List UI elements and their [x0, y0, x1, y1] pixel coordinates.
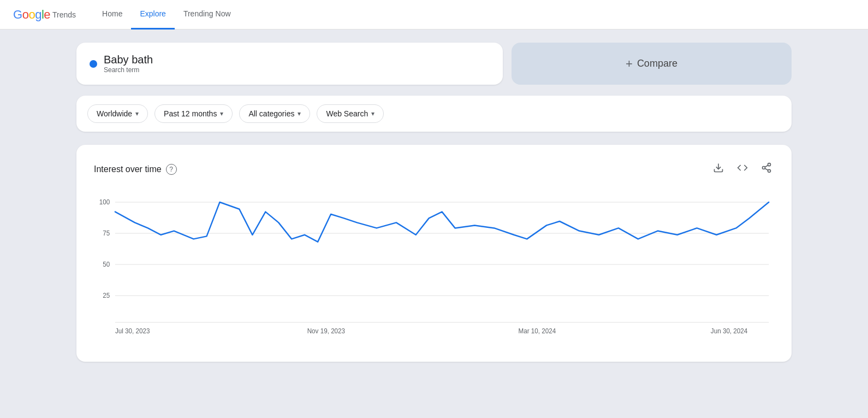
chart-actions: [711, 160, 774, 178]
header: Google Trends Home Explore Trending Now: [0, 0, 868, 30]
svg-text:75: 75: [103, 229, 110, 237]
svg-text:50: 50: [103, 261, 110, 268]
trends-logo-text: Trends: [52, 10, 76, 19]
main-content: Baby bath Search term + Compare Worldwid…: [0, 30, 868, 375]
chevron-down-icon: ▾: [371, 110, 374, 117]
share-button[interactable]: [759, 160, 774, 178]
embed-button[interactable]: [735, 160, 750, 178]
filter-location[interactable]: Worldwide ▾: [87, 104, 148, 123]
search-term-value: Baby bath: [104, 54, 153, 66]
chart-section: Interest over time ?: [76, 145, 792, 362]
filter-search-type[interactable]: Web Search ▾: [317, 104, 384, 123]
svg-text:100: 100: [99, 198, 110, 206]
nav-item-home[interactable]: Home: [93, 0, 131, 30]
chart-header: Interest over time ?: [94, 160, 774, 178]
compare-plus-icon: +: [626, 57, 633, 71]
svg-point-3: [768, 169, 771, 172]
svg-text:Mar 10, 2024: Mar 10, 2024: [518, 327, 556, 335]
svg-point-1: [768, 163, 771, 166]
svg-point-2: [763, 167, 765, 169]
filter-row: Worldwide ▾ Past 12 months ▾ All categor…: [76, 96, 792, 132]
nav-item-explore[interactable]: Explore: [131, 0, 174, 30]
chart-container: 100 75 50 25 Jul 30, 2023 Nov 19, 2023 M…: [94, 191, 774, 346]
compare-box[interactable]: + Compare: [512, 43, 792, 85]
logo-area: Google Trends: [13, 8, 76, 22]
filter-time[interactable]: Past 12 months ▾: [154, 104, 233, 123]
svg-line-4: [765, 168, 768, 170]
chart-title: Interest over time: [94, 164, 162, 174]
help-icon[interactable]: ?: [166, 164, 177, 175]
filter-category[interactable]: All categories ▾: [239, 104, 310, 123]
chevron-down-icon: ▾: [135, 110, 139, 117]
main-nav: Home Explore Trending Now: [93, 0, 239, 30]
chevron-down-icon: ▾: [220, 110, 223, 117]
compare-label: Compare: [637, 58, 677, 69]
svg-text:25: 25: [103, 292, 110, 299]
svg-text:Nov 19, 2023: Nov 19, 2023: [307, 327, 346, 335]
search-text-area: Baby bath Search term: [104, 54, 153, 74]
svg-text:Jul 30, 2023: Jul 30, 2023: [115, 327, 150, 335]
google-logo: Google: [13, 8, 50, 22]
chevron-down-icon: ▾: [298, 110, 301, 117]
search-row: Baby bath Search term + Compare: [76, 43, 792, 85]
download-button[interactable]: [711, 160, 726, 178]
search-term-dot: [90, 60, 97, 68]
interest-chart-svg: 100 75 50 25 Jul 30, 2023 Nov 19, 2023 M…: [94, 191, 774, 344]
svg-text:Jun 30, 2024: Jun 30, 2024: [711, 327, 748, 335]
chart-title-area: Interest over time ?: [94, 164, 177, 175]
search-term-label: Search term: [104, 66, 153, 74]
search-box: Baby bath Search term: [76, 43, 503, 85]
svg-line-5: [765, 165, 768, 167]
nav-item-trending-now[interactable]: Trending Now: [175, 0, 240, 30]
